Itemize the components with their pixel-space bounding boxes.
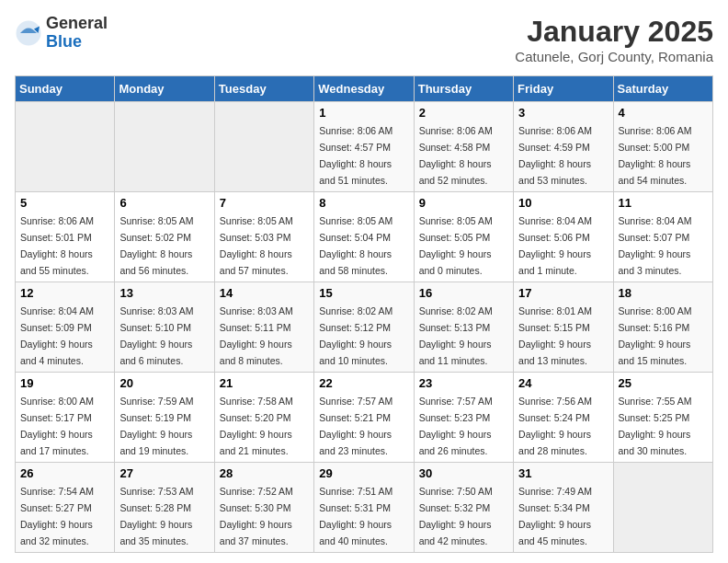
calendar-title: January 2025 [515,15,713,49]
day-info: Sunrise: 8:06 AM Sunset: 4:59 PM Dayligh… [518,125,592,186]
header-sunday: Sunday [16,76,115,102]
day-info: Sunrise: 7:58 AM Sunset: 5:20 PM Dayligh… [220,396,293,456]
day-cell: 12Sunrise: 8:04 AM Sunset: 5:09 PM Dayli… [16,282,115,373]
header-monday: Monday [115,76,214,102]
day-cell [613,463,712,553]
header-tuesday: Tuesday [214,76,313,102]
logo: General Blue [15,15,108,52]
day-cell: 6Sunrise: 8:05 AM Sunset: 5:02 PM Daylig… [115,192,214,282]
day-cell: 30Sunrise: 7:50 AM Sunset: 5:32 PM Dayli… [414,463,513,553]
day-info: Sunrise: 8:01 AM Sunset: 5:15 PM Dayligh… [518,305,592,366]
day-number: 5 [20,196,109,210]
day-cell [115,102,214,192]
day-number: 18 [619,286,708,300]
week-row-1: 1Sunrise: 8:06 AM Sunset: 4:57 PM Daylig… [16,102,713,192]
day-cell: 31Sunrise: 7:49 AM Sunset: 5:34 PM Dayli… [514,463,613,553]
day-info: Sunrise: 8:03 AM Sunset: 5:11 PM Dayligh… [220,305,293,366]
day-number: 15 [319,286,408,300]
day-number: 22 [319,376,408,390]
logo-icon [15,19,42,47]
day-cell: 16Sunrise: 8:02 AM Sunset: 5:13 PM Dayli… [414,282,513,373]
day-cell: 22Sunrise: 7:57 AM Sunset: 5:21 PM Dayli… [314,373,414,463]
logo-general: General [46,15,108,33]
logo-text: General Blue [46,15,108,52]
day-cell: 18Sunrise: 8:00 AM Sunset: 5:16 PM Dayli… [613,282,712,373]
day-number: 20 [119,376,209,390]
day-cell: 5Sunrise: 8:06 AM Sunset: 5:01 PM Daylig… [16,192,115,282]
title-area: January 2025 Catunele, Gorj County, Roma… [515,15,713,64]
day-info: Sunrise: 8:06 AM Sunset: 4:57 PM Dayligh… [319,125,392,186]
day-number: 8 [319,196,408,210]
header-row: Sunday Monday Tuesday Wednesday Thursday… [16,76,713,102]
day-number: 25 [619,376,708,390]
day-cell: 20Sunrise: 7:59 AM Sunset: 5:19 PM Dayli… [115,373,214,463]
day-info: Sunrise: 7:57 AM Sunset: 5:23 PM Dayligh… [419,396,493,456]
day-info: Sunrise: 8:06 AM Sunset: 5:00 PM Dayligh… [619,125,692,186]
day-number: 27 [119,466,209,480]
header-thursday: Thursday [414,76,513,102]
day-info: Sunrise: 7:51 AM Sunset: 5:31 PM Dayligh… [319,486,392,546]
day-number: 16 [419,286,508,300]
day-info: Sunrise: 7:55 AM Sunset: 5:25 PM Dayligh… [619,396,692,456]
day-number: 13 [119,286,209,300]
day-number: 1 [319,106,408,120]
day-info: Sunrise: 8:02 AM Sunset: 5:13 PM Dayligh… [419,305,493,366]
day-cell: 14Sunrise: 8:03 AM Sunset: 5:11 PM Dayli… [214,282,313,373]
day-info: Sunrise: 7:52 AM Sunset: 5:30 PM Dayligh… [220,486,293,546]
day-info: Sunrise: 8:00 AM Sunset: 5:17 PM Dayligh… [20,396,94,456]
day-info: Sunrise: 8:06 AM Sunset: 4:58 PM Dayligh… [419,125,493,186]
day-number: 3 [518,106,608,120]
day-cell: 4Sunrise: 8:06 AM Sunset: 5:00 PM Daylig… [613,102,712,192]
day-cell: 3Sunrise: 8:06 AM Sunset: 4:59 PM Daylig… [514,102,613,192]
day-info: Sunrise: 8:05 AM Sunset: 5:04 PM Dayligh… [319,215,392,276]
day-cell: 11Sunrise: 8:04 AM Sunset: 5:07 PM Dayli… [613,192,712,282]
week-row-2: 5Sunrise: 8:06 AM Sunset: 5:01 PM Daylig… [16,192,713,282]
day-number: 9 [419,196,508,210]
day-cell: 8Sunrise: 8:05 AM Sunset: 5:04 PM Daylig… [314,192,414,282]
day-number: 6 [119,196,209,210]
header-friday: Friday [514,76,613,102]
day-number: 29 [319,466,408,480]
calendar-header: Sunday Monday Tuesday Wednesday Thursday… [16,76,713,102]
week-row-5: 26Sunrise: 7:54 AM Sunset: 5:27 PM Dayli… [16,463,713,553]
day-info: Sunrise: 8:04 AM Sunset: 5:06 PM Dayligh… [518,215,592,276]
day-number: 10 [518,196,608,210]
day-info: Sunrise: 7:50 AM Sunset: 5:32 PM Dayligh… [419,486,493,546]
day-info: Sunrise: 8:04 AM Sunset: 5:07 PM Dayligh… [619,215,692,276]
week-row-3: 12Sunrise: 8:04 AM Sunset: 5:09 PM Dayli… [16,282,713,373]
day-number: 23 [419,376,508,390]
day-info: Sunrise: 8:02 AM Sunset: 5:12 PM Dayligh… [319,305,392,366]
day-number: 28 [220,466,309,480]
day-info: Sunrise: 7:57 AM Sunset: 5:21 PM Dayligh… [319,396,392,456]
day-cell: 19Sunrise: 8:00 AM Sunset: 5:17 PM Dayli… [16,373,115,463]
day-cell: 7Sunrise: 8:05 AM Sunset: 5:03 PM Daylig… [214,192,313,282]
day-info: Sunrise: 8:05 AM Sunset: 5:03 PM Dayligh… [220,215,293,276]
day-cell [214,102,313,192]
day-number: 26 [20,466,109,480]
day-number: 4 [619,106,708,120]
day-number: 12 [20,286,109,300]
day-info: Sunrise: 8:06 AM Sunset: 5:01 PM Dayligh… [20,215,94,276]
day-cell: 29Sunrise: 7:51 AM Sunset: 5:31 PM Dayli… [314,463,414,553]
week-row-4: 19Sunrise: 8:00 AM Sunset: 5:17 PM Dayli… [16,373,713,463]
header: General Blue January 2025 Catunele, Gorj… [15,15,713,64]
day-cell: 27Sunrise: 7:53 AM Sunset: 5:28 PM Dayli… [115,463,214,553]
day-number: 24 [518,376,608,390]
day-cell: 28Sunrise: 7:52 AM Sunset: 5:30 PM Dayli… [214,463,313,553]
calendar-body: 1Sunrise: 8:06 AM Sunset: 4:57 PM Daylig… [16,102,713,553]
day-number: 17 [518,286,608,300]
logo-blue: Blue [46,33,108,52]
day-cell: 2Sunrise: 8:06 AM Sunset: 4:58 PM Daylig… [414,102,513,192]
day-cell: 10Sunrise: 8:04 AM Sunset: 5:06 PM Dayli… [514,192,613,282]
day-cell: 21Sunrise: 7:58 AM Sunset: 5:20 PM Dayli… [214,373,313,463]
day-cell: 24Sunrise: 7:56 AM Sunset: 5:24 PM Dayli… [514,373,613,463]
day-number: 31 [518,466,608,480]
day-cell: 15Sunrise: 8:02 AM Sunset: 5:12 PM Dayli… [314,282,414,373]
header-wednesday: Wednesday [314,76,414,102]
day-info: Sunrise: 7:59 AM Sunset: 5:19 PM Dayligh… [119,396,193,456]
day-cell: 9Sunrise: 8:05 AM Sunset: 5:05 PM Daylig… [414,192,513,282]
day-cell: 23Sunrise: 7:57 AM Sunset: 5:23 PM Dayli… [414,373,513,463]
day-number: 11 [619,196,708,210]
day-number: 14 [220,286,309,300]
day-number: 30 [419,466,508,480]
